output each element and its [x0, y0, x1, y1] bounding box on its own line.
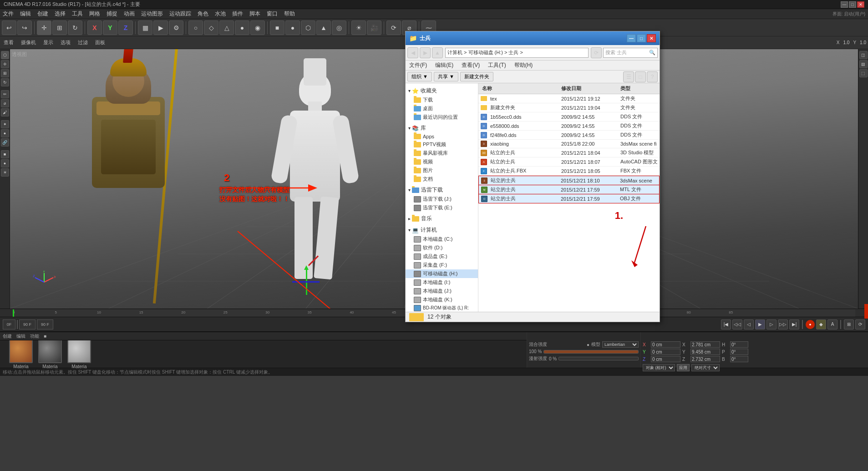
lt-scale-btn[interactable]: ⊞ [1, 69, 9, 77]
thunder-header[interactable]: ▾ 迅雷下载 [406, 185, 478, 195]
x-size-input[interactable] [690, 341, 720, 348]
y-pos-input[interactable] [651, 349, 680, 355]
next-keyframe-btn[interactable]: ▷▷ [778, 319, 788, 329]
skip-start-btn[interactable]: |◀ [721, 319, 731, 329]
menu-mesh[interactable]: 网格 [89, 10, 100, 18]
menu-motiontk[interactable]: 运动跟踪 [169, 10, 191, 18]
explorer-max-btn[interactable]: □ [637, 34, 646, 42]
lt-sphere-btn[interactable]: ● [1, 159, 9, 167]
prev-keyframe-btn[interactable]: ◁◁ [732, 319, 742, 329]
record-btn[interactable]: ● [806, 320, 815, 329]
lt-move-btn[interactable]: ✛ [1, 60, 9, 68]
view-toggle-btn[interactable]: ☰ [623, 71, 634, 82]
panel-menu[interactable]: 面板 [93, 38, 107, 47]
play-btn[interactable]: ▶ [755, 319, 765, 329]
nav-pptv[interactable]: PPTV视频 [406, 140, 478, 149]
exp-menu-help[interactable]: 帮助(H) [513, 61, 535, 70]
lt-rotate-btn[interactable]: ↻ [1, 78, 9, 86]
file-row-tex[interactable]: tex 2015/12/21 19:12 文件夹 [478, 94, 660, 103]
music-header[interactable]: ▸ 音乐 [406, 214, 478, 223]
keyframe-btn[interactable]: ◆ [816, 319, 826, 329]
object-mode-select[interactable]: 对象 (相对) [643, 364, 675, 371]
prev-frame-btn[interactable]: ◁ [744, 319, 754, 329]
file-row-obj[interactable]: O 站立的士兵 2015/12/21 17:59 OBJ 文件 [478, 194, 660, 203]
computer-header[interactable]: ▾ 💻 计算机 [406, 225, 478, 235]
favorites-header[interactable]: ▾ ⭐ 收藏夹 [406, 86, 478, 96]
z-size-input[interactable] [690, 356, 720, 362]
menu-help[interactable]: 帮助 [284, 10, 295, 18]
lt-ik-btn[interactable]: 🔗 [1, 138, 9, 147]
col-date-header[interactable]: 修改日期 [559, 84, 619, 93]
refresh-btn[interactable]: ⟳ [591, 47, 602, 58]
nav-drive-k[interactable]: 本地磁盘 (K:) [406, 295, 478, 304]
nav-drive-d[interactable]: 软件 (D:) [406, 243, 478, 252]
render-region-btn[interactable]: ▦ [138, 20, 152, 35]
abs-size-select[interactable]: 绝对尺寸 [691, 364, 720, 371]
poly-tool[interactable]: ◇ [204, 20, 218, 35]
nav-pictures[interactable]: 图片 [406, 166, 478, 175]
nav-drive-h[interactable]: 可移动磁盘 (H:) [406, 269, 478, 278]
nav-drive-e[interactable]: 成品盘 (E:) [406, 252, 478, 261]
lt-pen-btn[interactable]: ✏ [1, 90, 9, 98]
lt-sculpt-btn[interactable]: ⌀ [1, 99, 9, 107]
light-btn[interactable]: ☀ [351, 20, 366, 35]
forward-btn[interactable]: ▶ [420, 47, 431, 58]
y-size-input[interactable] [690, 349, 720, 355]
sphere-btn[interactable]: ● [285, 20, 300, 35]
nav-desktop[interactable]: 桌面 [406, 104, 478, 113]
explorer-min-btn[interactable]: — [627, 34, 636, 42]
organize-btn[interactable]: 组织 ▼ [407, 72, 432, 81]
menu-char[interactable]: 角色 [198, 10, 208, 18]
lt-bones-btn[interactable]: ✦ [1, 120, 9, 128]
file-row-xiaobing[interactable]: 3 xiaobing 2015/1/8 22:00 3dsMax scene f… [478, 140, 660, 148]
nav-drive-f[interactable]: 采集盘 (F:) [406, 261, 478, 269]
skip-end-btn[interactable]: ▶| [789, 319, 799, 329]
menu-plugin[interactable]: 插件 [232, 10, 243, 18]
timeline-btn[interactable]: ⊞ [844, 319, 854, 329]
up-btn[interactable]: ▲ [432, 47, 443, 58]
file-row-3ds-max[interactable]: 3 站立的士兵 2015/12/21 18:10 3dsMax scene [478, 176, 660, 185]
mat-function-menu[interactable]: 功能 [30, 333, 39, 339]
undo-btn[interactable]: ↩ [2, 20, 16, 35]
file-row-dds1[interactable]: D 1b55ecc0.dds 2009/9/2 14:55 DDS 文件 [478, 112, 660, 122]
exp-menu-edit[interactable]: 编辑(E) [433, 61, 455, 70]
view-menu[interactable]: 查看 [2, 38, 15, 47]
scale-btn[interactable]: ⊞ [52, 20, 67, 35]
menu-create[interactable]: 创建 [37, 10, 48, 18]
x-axis-btn[interactable]: X [87, 20, 102, 35]
point-tool[interactable]: ● [235, 20, 249, 35]
file-row-3d1[interactable]: 3D 站立的士兵 2015/12/21 18:04 3D Studio 模型 [478, 148, 660, 157]
material-1[interactable]: Materia [7, 339, 35, 369]
share-btn[interactable]: 共享 ▼ [434, 72, 458, 81]
libraries-header[interactable]: ▾ 📚 库 [406, 123, 478, 133]
camera-menu[interactable]: 摄像机 [19, 38, 38, 47]
nav-downloads[interactable]: 下载 [406, 96, 478, 104]
model-select[interactable]: Lambertian [602, 341, 639, 348]
exp-menu-view[interactable]: 查看(V) [460, 61, 482, 70]
file-row-mtl[interactable]: M 站立的士兵 2015/12/21 17:59 MTL 文件 [478, 185, 660, 194]
nav-apps[interactable]: Apps [406, 133, 478, 140]
menu-window[interactable]: 窗口 [267, 10, 278, 18]
menu-tools[interactable]: 工具 [72, 10, 83, 18]
nav-drive-c[interactable]: 本地磁盘 (C:) [406, 235, 478, 243]
render-btn[interactable]: ▶ [153, 20, 168, 35]
x-pos-input[interactable] [651, 341, 680, 348]
menu-select[interactable]: 选择 [55, 10, 66, 18]
menu-file[interactable]: 文件 [3, 10, 14, 18]
help-icon-btn[interactable]: ? [647, 71, 658, 82]
col-type-header[interactable]: 类型 [619, 84, 660, 93]
preview-btn[interactable]: □ [635, 71, 646, 82]
lt-cube-btn[interactable]: ■ [1, 150, 9, 158]
nav-storm[interactable]: 暴风影视库 [406, 149, 478, 157]
lt-select-btn[interactable]: ⬡ [1, 51, 9, 59]
y-axis-btn[interactable]: Y [103, 20, 117, 35]
z-axis-btn[interactable]: Z [118, 20, 133, 35]
menu-anim[interactable]: 动画 [124, 10, 135, 18]
back-btn[interactable]: ◀ [407, 47, 418, 58]
edge-tool[interactable]: △ [219, 20, 234, 35]
lt-paint-btn[interactable]: 🖌 [1, 108, 9, 116]
material-2[interactable]: Materia [36, 339, 64, 369]
nav-video[interactable]: 视频 [406, 157, 478, 166]
file-row-newfolder[interactable]: 新建文件夹 2015/12/21 19:04 文件夹 [478, 103, 660, 112]
explorer-close-btn[interactable]: ✕ [647, 34, 656, 42]
